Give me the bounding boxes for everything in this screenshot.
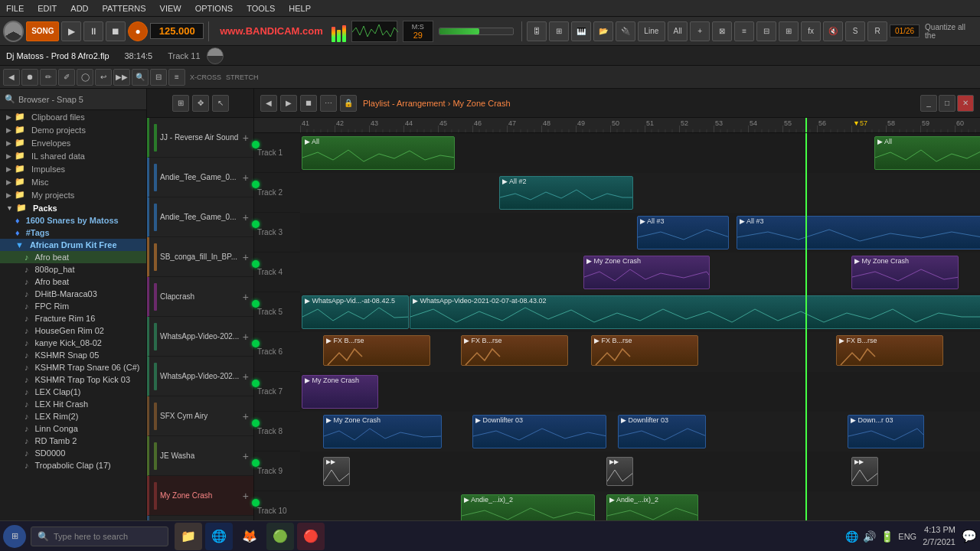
track-add-button-4[interactable]: +: [243, 291, 249, 303]
track-add-button-8[interactable]: +: [243, 450, 249, 462]
arr-more-button[interactable]: ⋯: [320, 95, 337, 112]
clip-whatsapp-5b[interactable]: ▶ WhatsApp-Video-2021-02-07-at-08.43.02: [410, 295, 980, 329]
track-entry-5[interactable]: WhatsApp-Video-202... +: [147, 317, 253, 357]
arr-stop-button[interactable]: ⏹: [300, 95, 317, 112]
browser-item-808hat[interactable]: ♪ 808op_hat: [0, 263, 146, 276]
browser-item-lex-hit-crash[interactable]: ♪ LEX Hit Crash: [0, 398, 146, 410]
track-select-icon[interactable]: ↖: [212, 95, 229, 112]
track-move-icon[interactable]: ✥: [192, 95, 209, 112]
track-add-button-5[interactable]: +: [243, 331, 249, 343]
view-button[interactable]: ⊟: [756, 21, 776, 41]
browser-item-housegen[interactable]: ♪ HouseGen Rim 02: [0, 324, 146, 337]
playlist-snap[interactable]: ⊟: [150, 69, 167, 86]
clip-all3b[interactable]: ▶ All #3: [737, 216, 980, 249]
playlist-tools[interactable]: ✏: [40, 69, 57, 86]
track-area-7[interactable]: ▶ My Zone Crash: [300, 372, 980, 412]
mixer-button[interactable]: 🎛: [527, 21, 547, 41]
track-add-button-0[interactable]: +: [243, 132, 249, 144]
track-entry-4[interactable]: Clapcrash +: [147, 277, 253, 317]
track-entry-1[interactable]: Andie_Tee_Game_0... +: [147, 158, 253, 197]
arr-play-button[interactable]: ▶: [280, 95, 297, 112]
menu-add[interactable]: ADD: [67, 2, 91, 15]
master-knob[interactable]: [3, 21, 24, 42]
pad-button[interactable]: ⊞: [779, 21, 799, 41]
clip-fxb-6d[interactable]: ▶ FX B...rse: [836, 335, 943, 366]
browser-item-african-drum[interactable]: ▼ African Drum Kit Free: [0, 239, 146, 251]
clip-myzonecrash-4b[interactable]: ▶ My Zone Crash: [851, 256, 959, 289]
track-area-5[interactable]: ▶ WhatsApp-Vid...-at-08.42.5 ▶ WhatsApp-…: [300, 292, 980, 332]
track-entry-7[interactable]: SFX Cym Airy +: [147, 396, 253, 436]
browser-item-rd-tamb[interactable]: ♪ RD Tamb 2: [0, 435, 146, 447]
plugin-button[interactable]: 🔌: [616, 21, 635, 41]
playlist-draw[interactable]: ✐: [58, 69, 75, 86]
track-area-2[interactable]: ▶ All #2: [300, 173, 980, 213]
browser-item-il-shared[interactable]: ▶ 📁 IL shared data: [0, 149, 146, 162]
options-button[interactable]: ≡: [734, 21, 754, 41]
taskbar-app-record[interactable]: 🔴: [297, 523, 325, 550]
pause-button[interactable]: ⏸: [83, 21, 103, 41]
start-button[interactable]: ⊞: [3, 525, 26, 548]
taskbar-app-chrome[interactable]: 🟢: [266, 523, 294, 550]
clip-whatsapp-5a[interactable]: ▶ WhatsApp-Vid...-at-08.42.5: [302, 295, 409, 329]
track-add-button-1[interactable]: +: [243, 171, 249, 184]
track-area-8[interactable]: ▶ My Zone Crash ▶ Downlifter 03 ▶ Downli…: [300, 412, 980, 452]
browser-item-misc[interactable]: ▶ 📁 Misc: [0, 175, 146, 188]
clip-mzc-8a[interactable]: ▶ My Zone Crash: [323, 415, 442, 448]
browser-button[interactable]: 📂: [593, 21, 613, 41]
play-button[interactable]: ▶: [61, 21, 81, 41]
browser-item-afrobeat-1[interactable]: ♪ Afro beat: [0, 251, 146, 263]
progress-bar[interactable]: [439, 28, 514, 35]
arr-prev-button[interactable]: ◀: [260, 95, 277, 112]
track-add-button-9[interactable]: +: [243, 490, 249, 502]
browser-item-kanye-kick[interactable]: ♪ kanye Kick_08-02: [0, 337, 146, 349]
menu-patterns[interactable]: PATTERNS: [100, 2, 149, 15]
browser-item-lex-clap[interactable]: ♪ LEX Clap(1): [0, 386, 146, 398]
browser-item-dhitb[interactable]: ♪ DHitB-Maraca03: [0, 288, 146, 300]
taskbar-app-edge[interactable]: 🦊: [236, 523, 263, 550]
menu-file[interactable]: FILE: [3, 2, 27, 15]
track-entry-0[interactable]: JJ - Reverse Air Sound +: [147, 118, 253, 158]
browser-item-packs[interactable]: ▼ 📁 Packs: [0, 201, 146, 214]
fx-button[interactable]: fx: [801, 21, 821, 41]
menu-view[interactable]: VIEW: [157, 2, 185, 15]
browser-item-kshmr-snap[interactable]: ♪ KSHMR Snap 05: [0, 349, 146, 361]
browser-item-demo[interactable]: ▶ 📁 Demo projects: [0, 123, 146, 136]
track-add-button-2[interactable]: +: [243, 211, 249, 223]
tempo-display[interactable]: 125.000: [150, 23, 204, 39]
record-button[interactable]: ●: [128, 21, 148, 41]
arrangement-ruler[interactable]: 41 42 43 44 45 46 47 48 49 50 51 52 53 5…: [254, 118, 980, 133]
menu-edit[interactable]: EDIT: [34, 2, 60, 15]
playlist-label[interactable]: Playlist - Arrangement: [363, 99, 446, 108]
playlist-erase[interactable]: ◯: [77, 69, 93, 86]
taskbar-app-browser[interactable]: 🌐: [205, 523, 233, 550]
taskbar-app-files[interactable]: 📁: [175, 523, 202, 550]
arr-minimize[interactable]: _: [920, 95, 937, 112]
clip-all-1a[interactable]: ▶ All: [302, 136, 455, 170]
search-box[interactable]: 🔍 Type here to search: [31, 527, 168, 546]
track-area-9[interactable]: ▶▶ ▶▶ ▶▶: [300, 452, 980, 491]
browser-item-clipboard[interactable]: ▶ 📁 Clipboard files: [0, 110, 146, 123]
track-entry-2[interactable]: Andie_Tee_Game_0... +: [147, 197, 253, 237]
playlist-next[interactable]: ▶▶: [113, 69, 130, 86]
menu-options[interactable]: OPTIONS: [192, 2, 237, 15]
clip-all2[interactable]: ▶ All #2: [499, 176, 633, 210]
channel-rack-button[interactable]: ⊞: [549, 21, 569, 41]
clip-downlifter-8d[interactable]: ▶ Down...r 03: [848, 415, 924, 448]
browser-item-envelopes[interactable]: ▶ 📁 Envelopes: [0, 136, 146, 149]
clip-downlifter-8c[interactable]: ▶ Downlifter 03: [618, 415, 706, 448]
browser-item-tropabolic[interactable]: ♪ Tropabolic Clap (17): [0, 459, 146, 471]
pitch-knob[interactable]: [207, 47, 224, 64]
clip-myzonecrash-4a[interactable]: ▶ My Zone Crash: [583, 256, 710, 289]
browser-item-1600snares[interactable]: ♦ 1600 Snares by Matoss: [0, 214, 146, 227]
rec-mode-button[interactable]: R: [867, 21, 887, 41]
clip-downlifter-8b[interactable]: ▶ Downlifter 03: [472, 415, 606, 448]
clip-all-1b[interactable]: ▶ All: [874, 136, 980, 170]
add-icon[interactable]: +: [690, 21, 710, 41]
playlist-options[interactable]: ≡: [168, 69, 185, 86]
track-entry-9[interactable]: My Zone Crash +: [147, 476, 253, 516]
playlist-record[interactable]: ⏺: [21, 69, 38, 86]
browser-item-kshmr-trap-snare[interactable]: ♪ KSHMR Trap Snare 06 (C#): [0, 361, 146, 373]
track-entry-3[interactable]: SB_conga_fill_In_BP... +: [147, 237, 253, 277]
clip-myzonecrash-7[interactable]: ▶ My Zone Crash: [302, 375, 378, 409]
piano-roll-button[interactable]: 🎹: [571, 21, 591, 41]
